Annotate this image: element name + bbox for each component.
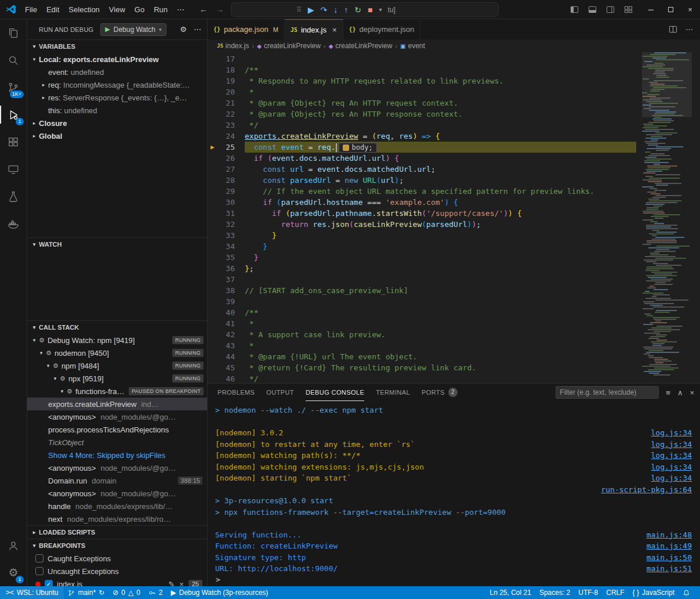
call-stack-section-header[interactable]: ▾ CALL STACK xyxy=(27,321,207,334)
tab-index.js[interactable]: JSindex.js× xyxy=(285,19,343,39)
source-location-link[interactable]: log.js:34 xyxy=(651,461,692,473)
minimize-icon[interactable]: ─ xyxy=(641,0,661,19)
launch-configuration-dropdown[interactable]: ▶ Debug Watch ▾ xyxy=(100,23,166,36)
code-text[interactable]: */ xyxy=(245,120,636,131)
code-text[interactable]: * xyxy=(245,86,636,98)
menu-more-icon[interactable]: ⋯ xyxy=(172,5,189,14)
stop-icon[interactable]: ■ xyxy=(368,5,372,15)
menu-run[interactable]: Run xyxy=(149,5,172,14)
variable-row[interactable]: ▸res: ServerResponse {_events: {…}, _e… xyxy=(27,91,207,104)
indentation-indicator[interactable]: Spaces: 2 xyxy=(535,589,574,597)
gutter[interactable]: 34 xyxy=(208,241,245,252)
gutter[interactable]: 36 xyxy=(208,263,245,274)
run-and-debug-icon[interactable]: 1 xyxy=(0,101,27,128)
breadcrumb-symbol[interactable]: ▣ event xyxy=(400,42,425,50)
gutter[interactable]: 43 xyxy=(208,340,245,351)
code-text[interactable]: * xyxy=(245,318,636,329)
skipped-frames-link[interactable]: Show 4 More: Skipped by skipFiles xyxy=(48,451,165,460)
gutter[interactable]: 21 xyxy=(208,98,245,109)
gutter[interactable]: 37 xyxy=(208,274,245,285)
variable-row[interactable]: this: undefined xyxy=(27,104,207,117)
minimap[interactable] xyxy=(642,52,692,383)
code-text[interactable]: if (event.docs.matchedUrl.url) { xyxy=(245,153,636,164)
settings-gear-icon[interactable]: ⚙ 1 xyxy=(0,559,27,586)
panel-tab-output[interactable]: OUTPUT xyxy=(266,384,294,401)
code-text[interactable]: } xyxy=(245,252,636,263)
gutter[interactable]: 27 xyxy=(208,164,245,175)
command-center[interactable]: ⠿ ▶ ↷ ↓ ↑ ↻ ■ ▾ tu] xyxy=(231,2,499,17)
code-text[interactable]: return res.json(caseLinkPreview(parsedUr… xyxy=(245,219,636,230)
toolbar-grip-icon[interactable]: ⠿ xyxy=(296,6,302,14)
gutter[interactable]: 18 xyxy=(208,64,245,75)
breadcrumb-symbol[interactable]: ◆ createLinkPreview xyxy=(329,42,393,50)
code-text[interactable]: */ xyxy=(245,373,636,383)
gutter[interactable]: 41 xyxy=(208,318,245,329)
console-input[interactable]: > xyxy=(208,572,700,586)
maximize-icon[interactable] xyxy=(661,0,680,19)
source-location-link[interactable]: main.js:51 xyxy=(647,563,692,572)
console-filter-input[interactable] xyxy=(556,386,659,399)
gutter[interactable]: 46 xyxy=(208,373,245,383)
watch-section-header[interactable]: ▾ WATCH xyxy=(27,238,207,251)
breakpoint-checkbox[interactable] xyxy=(35,567,43,575)
stack-frame-row[interactable]: <anonymous>node_modules/@go… xyxy=(27,410,207,423)
breakpoints-section-header[interactable]: ▾ BREAKPOINTS xyxy=(27,539,207,552)
remote-indicator[interactable]: >< WSL: Ubuntu xyxy=(0,586,64,599)
breakpoint-row[interactable]: Uncaught Exceptions xyxy=(27,565,207,578)
code-text[interactable]: // [START add_ons_case_preview_link] xyxy=(245,285,636,296)
accounts-icon[interactable] xyxy=(0,532,27,559)
language-mode-indicator[interactable]: { } JavaScript xyxy=(629,589,679,597)
code-text[interactable]: const url = event.docs.matchedUrl.url; xyxy=(245,164,636,175)
breadcrumb-symbol[interactable]: ◆ createLinkPreview xyxy=(257,42,321,50)
gutter[interactable]: 32 xyxy=(208,219,245,230)
step-over-icon[interactable]: ↷ xyxy=(321,5,328,15)
gutter[interactable]: 23 xyxy=(208,120,245,131)
code-text[interactable]: const event = req.body; xyxy=(245,142,636,153)
code-text[interactable]: * Responds to any HTTP request related t… xyxy=(245,75,636,86)
notifications-bell-icon[interactable] xyxy=(679,589,694,597)
gutter[interactable]: 42 xyxy=(208,329,245,340)
gutter[interactable]: ▶25 xyxy=(208,142,245,153)
back-icon[interactable]: ← xyxy=(200,5,208,14)
menu-go[interactable]: Go xyxy=(130,5,149,14)
gutter[interactable]: 20 xyxy=(208,86,245,98)
breadcrumb-file[interactable]: JS index.js xyxy=(217,42,249,50)
close-tab-icon[interactable]: × xyxy=(332,26,337,34)
stack-frame-row[interactable]: Domain.rundomain388:15 xyxy=(27,474,207,487)
close-panel-icon[interactable]: × xyxy=(690,388,694,397)
code-text[interactable]: } xyxy=(245,230,636,241)
sidebar-more-actions-icon[interactable]: ⋯ xyxy=(194,25,201,34)
explorer-icon[interactable] xyxy=(0,19,27,46)
panel-tab-terminal[interactable]: TERMINAL xyxy=(376,384,410,401)
code-text[interactable]: * A support case link preview. xyxy=(245,329,636,340)
step-into-icon[interactable]: ↓ xyxy=(333,5,338,15)
breakpoint-checkbox[interactable]: ✓ xyxy=(45,580,53,586)
code-text[interactable]: // If the event object URL matches a spe… xyxy=(245,186,636,197)
stack-frame-row[interactable]: nextnode_modules/express/lib/ro… xyxy=(27,513,207,525)
step-out-icon[interactable]: ↑ xyxy=(344,5,348,15)
gutter[interactable]: 24 xyxy=(208,131,245,142)
stack-frame-row[interactable]: exports.createLinkPreviewind… xyxy=(27,398,207,410)
menu-edit[interactable]: Edit xyxy=(42,5,64,14)
debug-session-row[interactable]: ▾⚙Debug Watch: npm [9419]RUNNING xyxy=(27,334,207,347)
code-text[interactable]: * @param {Object} req An HTTP request co… xyxy=(245,98,636,109)
code-text[interactable]: } xyxy=(245,241,636,252)
forward-icon[interactable]: → xyxy=(216,5,224,14)
code-text[interactable]: if (parsedUrl.pathname.startsWith('/supp… xyxy=(245,208,636,219)
stack-frame-row[interactable]: <anonymous>node_modules/@go… xyxy=(27,487,207,500)
docker-icon[interactable] xyxy=(0,210,27,237)
search-icon[interactable] xyxy=(0,46,27,74)
cursor-position-indicator[interactable]: Ln 25, Col 21 xyxy=(486,589,535,597)
menu-selection[interactable]: Selection xyxy=(64,5,104,14)
tab-deployment.json[interactable]: {}deployment.json xyxy=(343,19,421,39)
code-text[interactable] xyxy=(245,296,636,307)
toggle-sidebar-icon[interactable] xyxy=(570,5,579,14)
testing-icon[interactable] xyxy=(0,183,27,210)
source-location-link[interactable]: main.js:48 xyxy=(647,529,692,541)
toggle-secondary-sidebar-icon[interactable] xyxy=(606,5,615,14)
gutter[interactable]: 19 xyxy=(208,75,245,86)
code-editor[interactable]: 1718/**19 * Responds to any HTTP request… xyxy=(208,52,700,383)
source-control-icon[interactable]: 1K+ xyxy=(0,74,27,101)
code-text[interactable] xyxy=(245,53,636,64)
source-location-link[interactable]: log.js:34 xyxy=(651,472,692,484)
